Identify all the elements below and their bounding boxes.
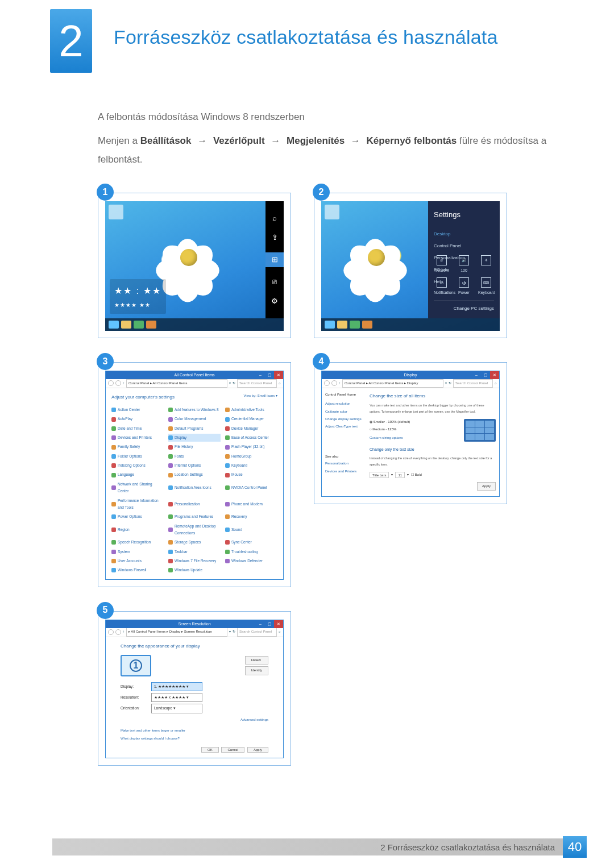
- maximize-button[interactable]: ▢: [481, 371, 490, 379]
- ok-button[interactable]: OK: [201, 747, 219, 753]
- minimize-button[interactable]: –: [472, 371, 481, 379]
- control-panel-item[interactable]: Windows Update: [168, 566, 221, 574]
- devices-printers-link[interactable]: Devices and Printers: [325, 468, 365, 475]
- store-icon[interactable]: [134, 321, 144, 329]
- control-panel-item[interactable]: RemoteApp and Desktop Connections: [168, 522, 221, 538]
- close-button[interactable]: ✕: [490, 371, 499, 379]
- custom-sizing-link[interactable]: Custom sizing options: [370, 436, 403, 439]
- identify-button[interactable]: Identify: [245, 666, 268, 675]
- change-pc-settings-link[interactable]: Change PC settings: [434, 300, 494, 313]
- breadcrumb[interactable]: ▸ All Control Panel Items ▸ Display ▸ Sc…: [126, 628, 227, 636]
- adjust-resolution-link[interactable]: Adjust resolution: [325, 400, 365, 408]
- control-panel-home-link[interactable]: Control Panel Home: [325, 392, 365, 398]
- control-panel-item[interactable]: Region: [111, 522, 164, 538]
- forward-button[interactable]: [115, 380, 121, 386]
- control-panel-item[interactable]: Folder Options: [111, 452, 164, 460]
- control-panel-item[interactable]: Devices and Printers: [111, 434, 164, 442]
- personalization-link[interactable]: Personalization: [325, 460, 365, 467]
- control-panel-item[interactable]: HomeGroup: [225, 452, 277, 460]
- breadcrumb[interactable]: Control Panel ▸ All Control Panel Items …: [342, 379, 443, 388]
- forward-button[interactable]: [115, 629, 121, 635]
- control-panel-item[interactable]: Location Settings: [168, 471, 221, 479]
- control-panel-item[interactable]: Device Manager: [225, 425, 277, 433]
- recycle-bin-icon[interactable]: [325, 205, 339, 219]
- control-panel-item[interactable]: Mouse: [225, 471, 277, 479]
- close-button[interactable]: ✕: [274, 620, 283, 628]
- control-panel-item[interactable]: Date and Time: [111, 425, 164, 433]
- control-panel-item[interactable]: AutoPlay: [111, 415, 164, 423]
- control-panel-item[interactable]: Add features to Windows 8: [168, 406, 221, 414]
- search-icon[interactable]: ⌕: [279, 380, 281, 387]
- store-icon[interactable]: [350, 321, 360, 329]
- control-panel-item[interactable]: Keyboard: [225, 462, 277, 470]
- volume-icon[interactable]: 🔊100: [456, 255, 472, 274]
- search-icon[interactable]: ⌕: [270, 214, 279, 223]
- search-input[interactable]: Search Control Panel: [237, 379, 277, 388]
- item-select[interactable]: Title bars: [370, 472, 389, 478]
- adjust-cleartype-link[interactable]: Adjust ClearType text: [325, 423, 365, 430]
- explorer-icon[interactable]: [337, 321, 347, 329]
- control-panel-item[interactable]: Speech Recognition: [111, 538, 164, 546]
- control-panel-item[interactable]: Windows Firewall: [111, 566, 164, 574]
- advanced-settings-link[interactable]: Advanced settings: [121, 717, 268, 723]
- view-by-dropdown[interactable]: View by: Small icons ▾: [243, 393, 277, 399]
- control-panel-item[interactable]: NVIDIA Control Panel: [225, 480, 277, 496]
- control-panel-item[interactable]: File History: [168, 443, 221, 451]
- control-panel-item[interactable]: Storage Spaces: [168, 538, 221, 546]
- up-icon[interactable]: ↑: [123, 629, 125, 635]
- calibrate-color-link[interactable]: Calibrate color: [325, 408, 365, 416]
- display-select[interactable]: 1. ★★★★★★★★ ▾: [151, 682, 202, 691]
- search-icon[interactable]: ⌕: [279, 629, 281, 635]
- bold-checkbox[interactable]: ☐ Bold: [411, 472, 422, 478]
- back-button[interactable]: [324, 380, 330, 386]
- control-panel-item[interactable]: Credential Manager: [225, 415, 277, 423]
- control-panel-item[interactable]: User Accounts: [111, 557, 164, 565]
- control-panel-item[interactable]: Flash Player (32-bit): [225, 443, 277, 451]
- media-icon[interactable]: [146, 321, 156, 329]
- breadcrumb[interactable]: Control Panel ▸ All Control Panel Items: [126, 379, 227, 388]
- control-panel-item[interactable]: Performance Information and Tools: [111, 497, 164, 512]
- control-panel-item[interactable]: Programs and Features: [168, 513, 221, 521]
- control-panel-item[interactable]: Windows 7 File Recovery: [168, 557, 221, 565]
- orientation-select[interactable]: Landscape ▾: [151, 704, 202, 713]
- maximize-button[interactable]: ▢: [265, 620, 274, 628]
- media-icon[interactable]: [362, 321, 372, 329]
- control-panel-item[interactable]: Power Options: [111, 513, 164, 521]
- apply-button[interactable]: Apply: [247, 747, 268, 753]
- control-panel-item[interactable]: Family Safety: [111, 443, 164, 451]
- control-panel-item[interactable]: Sync Center: [225, 538, 277, 546]
- back-button[interactable]: [108, 380, 114, 386]
- recycle-bin-icon[interactable]: [109, 205, 123, 219]
- control-panel-item[interactable]: Windows Defender: [225, 557, 277, 565]
- search-input[interactable]: Search Control Panel: [237, 628, 277, 636]
- control-panel-item[interactable]: Recovery: [225, 513, 277, 521]
- control-panel-item[interactable]: Color Management: [168, 415, 221, 423]
- control-panel-item[interactable]: Internet Options: [168, 462, 221, 470]
- control-panel-item[interactable]: Ease of Access Center: [225, 434, 277, 442]
- change-display-settings-link[interactable]: Change display settings: [325, 416, 365, 423]
- settings-icon[interactable]: ⚙: [270, 297, 279, 306]
- share-icon[interactable]: ⇪: [270, 233, 279, 242]
- control-panel-item[interactable]: Sound: [225, 522, 277, 538]
- control-panel-item[interactable]: Fonts: [168, 452, 221, 460]
- brightness-icon[interactable]: ☀: [478, 255, 494, 274]
- explorer-icon[interactable]: [121, 321, 131, 329]
- monitor-icon[interactable]: 1: [121, 655, 151, 676]
- control-panel-item[interactable]: Administrative Tools: [225, 406, 277, 414]
- text-size-link[interactable]: Make text and other items larger or smal…: [121, 728, 268, 734]
- control-panel-item[interactable]: Notification Area Icons: [168, 480, 221, 496]
- control-panel-item[interactable]: Action Center: [111, 406, 164, 414]
- keyboard-icon[interactable]: ⌨Keyboard: [478, 277, 494, 296]
- control-panel-item[interactable]: System: [111, 548, 164, 556]
- ie-icon[interactable]: [109, 321, 119, 329]
- control-panel-item[interactable]: Indexing Options: [111, 462, 164, 470]
- control-panel-item[interactable]: Phone and Modem: [225, 497, 277, 512]
- control-panel-item[interactable]: Network and Sharing Center: [111, 480, 164, 496]
- settings-item-desktop[interactable]: Desktop: [434, 228, 494, 240]
- search-input[interactable]: Search Control Panel: [453, 379, 493, 388]
- apply-button[interactable]: Apply: [477, 482, 496, 491]
- maximize-button[interactable]: ▢: [265, 371, 274, 379]
- start-icon[interactable]: ⊞: [265, 252, 284, 267]
- display-help-link[interactable]: What display settings should I choose?: [121, 736, 268, 742]
- cancel-button[interactable]: Cancel: [221, 747, 244, 753]
